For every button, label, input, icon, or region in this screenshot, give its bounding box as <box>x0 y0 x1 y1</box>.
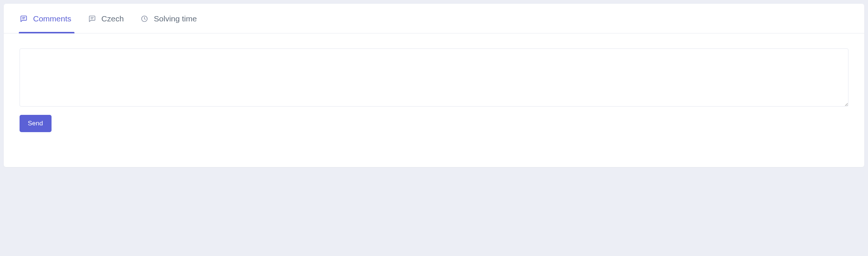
comment-icon <box>20 15 28 23</box>
send-button[interactable]: Send <box>20 115 52 132</box>
tab-czech[interactable]: Czech <box>88 4 126 33</box>
tab-solving-time[interactable]: Solving time <box>140 4 199 33</box>
tab-body: Send <box>4 33 864 148</box>
comment-textarea[interactable] <box>20 48 848 107</box>
tab-label: Comments <box>33 14 71 23</box>
card-panel: Comments Czech Solving time <box>4 4 864 167</box>
tab-label: Czech <box>102 14 124 23</box>
clock-icon <box>140 15 149 23</box>
comment-icon <box>88 15 96 23</box>
tabs-bar: Comments Czech Solving time <box>4 4 864 33</box>
tab-label: Solving time <box>154 14 197 23</box>
tab-comments[interactable]: Comments <box>20 4 74 33</box>
